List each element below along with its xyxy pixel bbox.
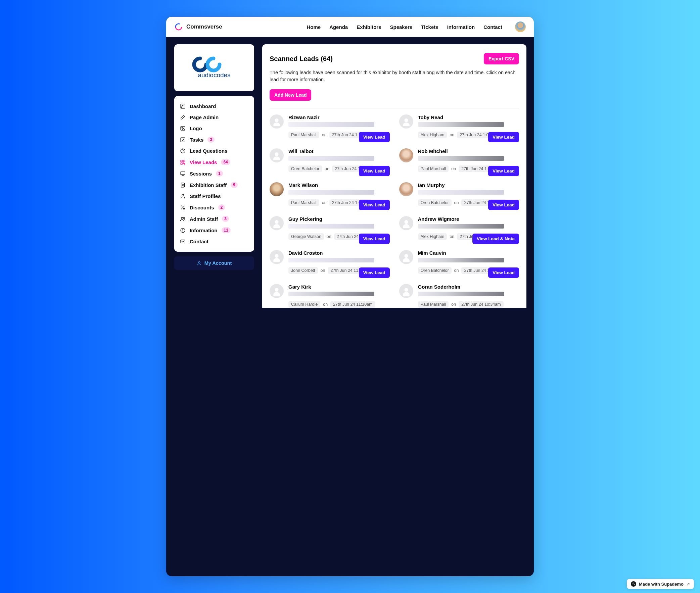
view-lead-button[interactable]: View Lead — [359, 132, 390, 142]
supademo-label: Made with Supademo — [639, 582, 684, 587]
lead-avatar — [399, 114, 413, 128]
lead-name: Will Talbot — [288, 148, 390, 154]
svg-rect-11 — [183, 160, 185, 162]
lead-avatar — [270, 250, 284, 264]
sidebar-item-contact[interactable]: Contact — [179, 236, 249, 247]
redacted-info — [418, 190, 504, 195]
badge: 11 — [222, 227, 231, 233]
lead-name: Ian Murphy — [418, 182, 519, 188]
badge: 3 — [207, 136, 215, 143]
lead-card: Rob MitchellPaul Marshallon27th Jun 24 1… — [399, 148, 519, 172]
on-label: on — [450, 234, 454, 239]
scanner-chip: Alex Higham — [418, 131, 447, 138]
sidebar-item-view-leads[interactable]: View Leads64 — [179, 156, 249, 168]
svg-point-28 — [198, 262, 200, 263]
redacted-info — [288, 224, 374, 229]
sidebar-item-label: Dashboard — [190, 103, 216, 109]
lead-name: Guy Pickering — [288, 216, 390, 222]
sidebar-item-sessions[interactable]: Sessions1 — [179, 168, 249, 179]
sidebar-item-information[interactable]: Information11 — [179, 225, 249, 236]
date-chip: 27th Jun 24 11:10am — [330, 301, 375, 308]
svg-point-23 — [183, 217, 185, 219]
view-lead-button[interactable]: View Lead — [488, 268, 519, 278]
sidebar-item-label: Staff Profiles — [190, 193, 221, 199]
view-lead-button[interactable]: View Lead — [359, 200, 390, 210]
sidebar-item-logo[interactable]: Logo — [179, 123, 249, 134]
app-body: audiocodes DashboardPage AdminLogoTasks3… — [166, 37, 534, 308]
sidebar-item-staff-profiles[interactable]: Staff Profiles — [179, 191, 249, 202]
lead-avatar — [399, 216, 413, 230]
view-lead-button[interactable]: View Lead — [488, 132, 519, 142]
view-lead-button[interactable]: View Lead — [488, 166, 519, 176]
scanner-chip: Paul Marshall — [418, 165, 449, 172]
users-icon — [180, 216, 186, 222]
on-label: on — [450, 132, 454, 137]
export-csv-button[interactable]: Export CSV — [484, 53, 519, 65]
svg-point-35 — [404, 254, 408, 258]
my-account-button[interactable]: My Account — [174, 256, 254, 270]
scanner-chip: Paul Marshall — [418, 301, 449, 308]
view-lead-button[interactable]: View Lead — [488, 200, 519, 210]
edit-icon — [180, 114, 186, 120]
nav-link-agenda[interactable]: Agenda — [329, 24, 348, 30]
scanner-chip: Oren Batchelor — [418, 267, 452, 274]
user-icon — [197, 261, 202, 266]
view-lead-button[interactable]: View Lead — [359, 166, 390, 176]
brand[interactable]: Commsverse — [174, 23, 222, 31]
on-label: on — [323, 302, 328, 307]
svg-point-33 — [404, 221, 408, 224]
badge: 64 — [221, 159, 230, 165]
mail-icon — [180, 239, 186, 244]
sidebar-item-label: Contact — [190, 239, 208, 244]
check-icon — [180, 137, 186, 143]
view-lead-button[interactable]: View Lead — [359, 234, 390, 244]
scanner-chip: John Corbett — [288, 267, 318, 274]
nav-link-information[interactable]: Information — [447, 24, 475, 30]
lead-avatar — [270, 284, 284, 298]
sidebar-item-discounts[interactable]: Discounts2 — [179, 202, 249, 213]
lead-meta: Callum Hardieon27th Jun 24 11:10am — [288, 301, 390, 308]
nav-links: HomeAgendaExhibitorsSpeakersTicketsInfor… — [307, 24, 502, 30]
badge: 1 — [216, 170, 223, 176]
lead-card: Andrew WigmoreAlex Highamon27th Jun 24 1… — [399, 216, 519, 240]
sidebar-item-page-admin[interactable]: Page Admin — [179, 112, 249, 123]
nav-link-contact[interactable]: Contact — [483, 24, 502, 30]
redacted-info — [418, 258, 504, 263]
nav-link-speakers[interactable]: Speakers — [390, 24, 413, 30]
svg-point-32 — [275, 221, 278, 224]
badge: 2 — [218, 204, 225, 210]
add-new-lead-button[interactable]: Add New Lead — [270, 89, 311, 101]
on-label: on — [327, 234, 332, 239]
help-icon — [180, 148, 186, 154]
redacted-info — [288, 190, 374, 195]
lead-content: Goran SoderholmPaul Marshallon27th Jun 2… — [418, 284, 519, 308]
lead-name: Gary Kirk — [288, 284, 390, 290]
sidebar-item-tasks[interactable]: Tasks3 — [179, 134, 249, 145]
svg-point-31 — [275, 153, 278, 156]
svg-point-37 — [404, 288, 408, 292]
view-lead-button[interactable]: View Lead — [359, 268, 390, 278]
badge: 9 — [231, 182, 238, 188]
lead-card: Will TalbotOren Batcheloron27th Jun 24 1… — [270, 148, 390, 172]
user-avatar[interactable] — [515, 22, 526, 32]
supademo-badge[interactable]: S Made with Supademo ↗ — [627, 579, 694, 589]
header-row: Scanned Leads (64) Export CSV — [270, 53, 519, 65]
app-window: Commsverse HomeAgendaExhibitorsSpeakersT… — [166, 17, 534, 576]
page-title: Scanned Leads (64) — [270, 55, 333, 63]
redacted-info — [418, 224, 504, 229]
svg-point-30 — [404, 119, 408, 122]
nav-link-home[interactable]: Home — [307, 24, 321, 30]
view-lead-note-button[interactable]: View Lead & Note — [472, 234, 519, 244]
nav-link-exhibitors[interactable]: Exhibitors — [356, 24, 381, 30]
lead-name: Rizwan Nazir — [288, 114, 390, 120]
sidebar-item-admin-staff[interactable]: Admin Staff3 — [179, 213, 249, 225]
badge: 3 — [222, 216, 229, 222]
sidebar-item-dashboard[interactable]: Dashboard — [179, 101, 249, 112]
redacted-info — [288, 122, 374, 127]
exhibitor-logo-card: audiocodes — [174, 44, 254, 91]
nav-link-tickets[interactable]: Tickets — [421, 24, 438, 30]
svg-line-19 — [181, 206, 184, 209]
redacted-info — [288, 258, 374, 263]
sidebar-item-lead-questions[interactable]: Lead Questions — [179, 145, 249, 156]
sidebar-item-exhibition-staff[interactable]: Exhibition Staff9 — [179, 179, 249, 191]
